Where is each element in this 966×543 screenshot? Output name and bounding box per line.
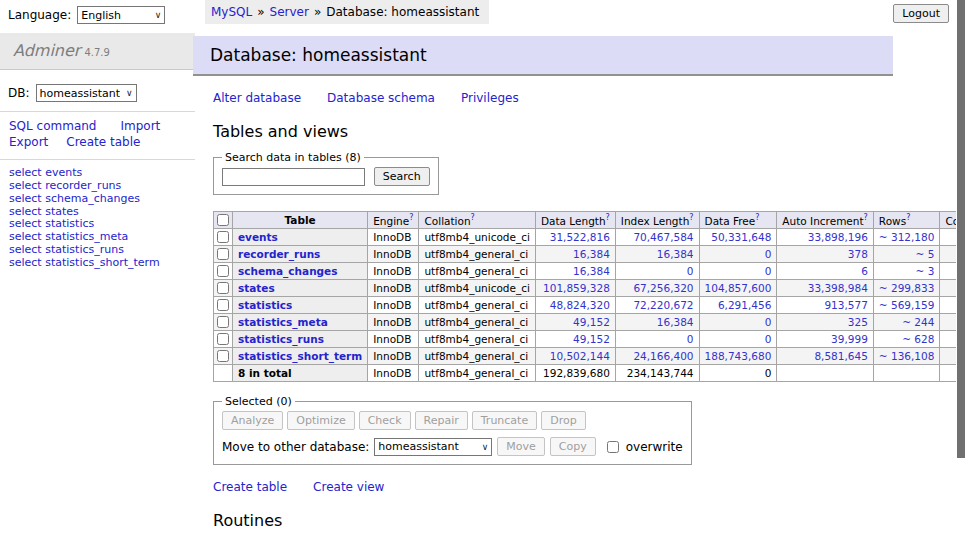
row-checkbox[interactable] [217, 316, 229, 328]
table-name-link[interactable]: schema_changes [45, 192, 140, 205]
select-link[interactable]: select [9, 256, 42, 269]
move-db-select-wrap: homeassistant [374, 438, 492, 456]
select-link[interactable]: select [9, 192, 42, 205]
rows-count-cell: ~ 299,833 [873, 280, 940, 297]
index-length-cell: 16,384 [615, 314, 699, 331]
rows-count-link[interactable]: ~ 628 [902, 333, 934, 345]
table-name-link[interactable]: statistics [45, 217, 94, 230]
table-row: statistics_short_term InnoDB utf8mb4_gen… [214, 348, 966, 365]
rows-count-link[interactable]: ~ 244 [902, 316, 934, 328]
drop-button[interactable]: Drop [541, 411, 585, 430]
index-length-cell: 70,467,584 [615, 229, 699, 246]
overwrite-checkbox[interactable] [607, 441, 619, 453]
row-checkbox[interactable] [217, 265, 229, 277]
table-name-link[interactable]: statistics_runs [45, 243, 124, 256]
help-link[interactable]: ? [689, 213, 693, 222]
table-name-link[interactable]: states [45, 205, 79, 218]
table-link[interactable]: statistics_meta [238, 316, 328, 328]
select-all-checkbox[interactable] [217, 214, 229, 226]
help-link[interactable]: ? [409, 213, 413, 222]
col-header-collation: Collation? [419, 212, 535, 229]
select-link[interactable]: select [9, 243, 42, 256]
select-link[interactable]: select [9, 230, 42, 243]
db-select[interactable]: homeassistant [36, 84, 137, 102]
copy-button[interactable]: Copy [550, 437, 596, 456]
engine-cell: InnoDB [368, 297, 419, 314]
move-db-select[interactable]: homeassistant [374, 438, 492, 456]
privileges-link[interactable]: Privileges [461, 91, 519, 105]
row-checkbox-cell [214, 331, 233, 348]
check-button[interactable]: Check [359, 411, 411, 430]
breadcrumb: MySQL»Server»Database: homeassistant [205, 0, 489, 24]
table-name-link[interactable]: statistics_meta [45, 230, 128, 243]
analyze-button[interactable]: Analyze [222, 411, 283, 430]
database-schema-link[interactable]: Database schema [327, 91, 435, 105]
index-length-cell: 67,256,320 [615, 280, 699, 297]
table-link[interactable]: states [238, 282, 275, 294]
table-link[interactable]: statistics_runs [238, 333, 324, 345]
rows-count-link[interactable]: ~ 569,159 [879, 299, 935, 311]
engine-cell: InnoDB [368, 314, 419, 331]
export-link[interactable]: Export [9, 135, 48, 149]
select-link[interactable]: select [9, 179, 42, 192]
table-link[interactable]: schema_changes [238, 265, 338, 277]
table-row: statistics_runs InnoDB utf8mb4_general_c… [214, 331, 966, 348]
table-name-link[interactable]: statistics_short_term [45, 256, 159, 269]
rows-count-link[interactable]: ~ 136,108 [879, 350, 935, 362]
alter-database-link[interactable]: Alter database [213, 91, 301, 105]
index-length-cell: 0 [615, 263, 699, 280]
row-checkbox[interactable] [217, 248, 229, 260]
logout-button[interactable]: Logout [893, 4, 949, 23]
language-select[interactable]: English [77, 6, 165, 24]
create-view-link[interactable]: Create view [313, 480, 384, 494]
repair-button[interactable]: Repair [415, 411, 468, 430]
row-checkbox[interactable] [217, 299, 229, 311]
app-header: Adminer4.7.9 [0, 33, 195, 70]
optimize-button[interactable]: Optimize [287, 411, 354, 430]
data-free-cell: 104,857,600 [699, 280, 777, 297]
table-name-link[interactable]: recorder_runs [45, 179, 121, 192]
data-free-cell: 188,743,680 [699, 348, 777, 365]
help-link[interactable]: ? [606, 213, 610, 222]
rows-count-link[interactable]: ~ 3 [916, 265, 935, 277]
collation-cell: utf8mb4_unicode_ci [419, 229, 535, 246]
engine-cell: InnoDB [368, 280, 419, 297]
help-link[interactable]: ? [755, 213, 759, 222]
row-checkbox[interactable] [217, 333, 229, 345]
footer-engine-cell: InnoDB [368, 365, 419, 382]
move-button[interactable]: Move [497, 437, 545, 456]
table-link[interactable]: events [238, 231, 278, 243]
row-checkbox[interactable] [217, 231, 229, 243]
table-link[interactable]: recorder_runs [238, 248, 320, 260]
rows-count-link[interactable]: ~ 5 [916, 248, 935, 260]
help-link[interactable]: ? [864, 213, 868, 222]
row-checkbox[interactable] [217, 350, 229, 362]
search-button[interactable]: Search [374, 167, 430, 186]
row-checkbox[interactable] [217, 282, 229, 294]
move-row: Move to other database: homeassistant Mo… [222, 437, 683, 456]
select-link[interactable]: select [9, 205, 42, 218]
scrollbar-thumb[interactable] [957, 0, 965, 458]
table-name-link[interactable]: events [45, 166, 82, 179]
table-link[interactable]: statistics [238, 299, 292, 311]
breadcrumb-separator: » [314, 5, 321, 19]
breadcrumb-mysql-link[interactable]: MySQL [211, 5, 252, 19]
sql-command-link[interactable]: SQL command [9, 119, 96, 133]
adminer-logo-link[interactable]: Adminer [13, 41, 80, 60]
col-header-engine: Engine? [368, 212, 419, 229]
help-link[interactable]: ? [471, 213, 475, 222]
create-table-link-sidebar[interactable]: Create table [66, 135, 140, 149]
import-link[interactable]: Import [120, 119, 160, 133]
create-table-link[interactable]: Create table [213, 480, 287, 494]
truncate-button[interactable]: Truncate [472, 411, 537, 430]
select-link[interactable]: select [9, 217, 42, 230]
table-link[interactable]: statistics_short_term [238, 350, 362, 362]
search-input[interactable] [222, 168, 365, 186]
breadcrumb-server-link[interactable]: Server [270, 5, 309, 19]
auto-increment-cell: 6 [777, 263, 874, 280]
help-link[interactable]: ? [906, 213, 910, 222]
rows-count-link[interactable]: ~ 299,833 [879, 282, 935, 294]
select-link[interactable]: select [9, 166, 42, 179]
rows-count-link[interactable]: ~ 312,180 [879, 231, 935, 243]
move-label: Move to other database: [222, 440, 369, 454]
